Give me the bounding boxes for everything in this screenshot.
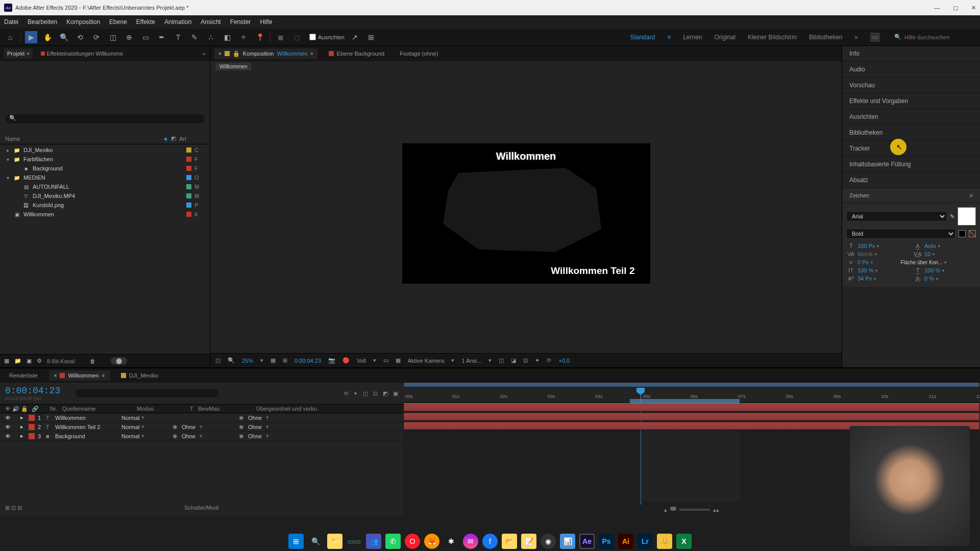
eraser-tool[interactable]: ◧ (221, 31, 233, 43)
menu-komposition[interactable]: Komposition (66, 18, 100, 26)
tl-icon-1[interactable]: ⟲ (344, 390, 348, 397)
font-family-select[interactable]: Arial (846, 211, 947, 221)
tl-icon-2[interactable]: ✦ (353, 390, 358, 397)
start-icon[interactable]: ⊞ (288, 534, 304, 549)
bits-label[interactable]: 8-Bit-Kanal (47, 358, 75, 364)
pen-tool[interactable]: ✒ (156, 31, 168, 43)
shape-fill[interactable]: ◼ (275, 31, 287, 43)
menu-ebene[interactable]: Ebene (109, 18, 127, 26)
baseline-value[interactable]: 34 Px (857, 276, 872, 282)
panel-inhaltsbasierte[interactable]: Inhaltsbasierte Füllung (842, 157, 980, 172)
workspace-original[interactable]: Original (715, 34, 736, 41)
illustrator-icon[interactable]: Ai (618, 534, 633, 549)
hscale-value[interactable]: 100 % (924, 267, 940, 273)
project-item[interactable]: ▽ DJI_Mexiko.MP4 M (0, 191, 210, 201)
puppet-tool[interactable]: 📍 (254, 31, 266, 43)
workspace-more[interactable]: » (854, 34, 858, 41)
tab-comp-willkommen[interactable]: × Willkommen ≡ (49, 370, 110, 381)
panel-zeichen[interactable]: Zeichen≡ (842, 188, 980, 203)
app-icon-2[interactable]: 📊 (560, 534, 575, 549)
workspace-panel-icon[interactable]: ▭ (870, 33, 880, 42)
vf-icon3[interactable]: ⊡ (523, 357, 528, 364)
tab-footage[interactable]: Footage (ohne) (396, 48, 442, 59)
stroke-swatch[interactable] (959, 230, 966, 237)
project-item[interactable]: 🖼 Kursbild.png P (0, 201, 210, 210)
switches-modes[interactable]: Schalter/Modi (184, 505, 218, 511)
channels-icon[interactable]: 🔴 (342, 357, 350, 364)
search-taskbar-icon[interactable]: 🔍 (308, 534, 323, 549)
zoom-tool[interactable]: 🔍 (58, 31, 70, 43)
eyedropper-icon[interactable]: ✎ (950, 213, 954, 220)
shape-stroke[interactable]: ◻ (291, 31, 303, 43)
messenger-icon[interactable]: ✉ (463, 534, 478, 549)
vscale-value[interactable]: 100 % (857, 267, 873, 273)
help-search-input[interactable] (904, 34, 976, 40)
rotate-tool[interactable]: ⟳ (90, 31, 103, 43)
facebook-icon[interactable]: f (482, 534, 498, 549)
tl-icon-6[interactable]: ▣ (393, 390, 398, 397)
fill-color-swatch[interactable] (958, 207, 976, 226)
font-size-value[interactable]: 100 Px (857, 243, 875, 249)
taskview-icon[interactable]: ▭▭ (347, 534, 362, 549)
snapshot-icon[interactable]: 📷 (328, 357, 335, 364)
interpret-icon[interactable]: ▦ (4, 358, 9, 364)
home-icon[interactable]: ⌂ (4, 31, 16, 43)
tab-ebene[interactable]: Ebene Background (325, 48, 389, 59)
vf-icon5[interactable]: ⟳ (547, 357, 551, 364)
menu-bearbeiten[interactable]: Bearbeiten (28, 18, 57, 26)
anchor-tool[interactable]: ⊕ (123, 31, 135, 43)
views-dropdown[interactable]: 1 Ansi... (461, 358, 481, 364)
new-comp-icon[interactable]: ▣ (27, 358, 32, 364)
timeline-timecode[interactable]: 0:00:04:23 (5, 386, 60, 396)
minimize-button[interactable]: — (934, 5, 940, 11)
exposure-value[interactable]: +0,0 (558, 358, 570, 364)
orbit-tool[interactable]: ⟲ (74, 31, 86, 43)
settings-icon[interactable]: ⚙ (37, 358, 42, 364)
text-tool[interactable]: T (172, 31, 184, 43)
roto-tool[interactable]: ✧ (237, 31, 250, 43)
menu-effekte[interactable]: Effekte (136, 18, 155, 26)
grid-icon[interactable]: ⊞ (283, 357, 287, 364)
tl-icon-4[interactable]: ⊡ (373, 390, 378, 397)
toggle-switch[interactable]: ⬤ (111, 357, 127, 365)
leading-value[interactable]: Auto (924, 243, 936, 249)
opera-icon[interactable]: O (405, 534, 420, 549)
panel-tracker[interactable]: Tracker (842, 141, 980, 157)
project-item[interactable]: ▾ 📁 Farbflächen F (0, 155, 210, 164)
quality-dropdown[interactable]: Voll (357, 358, 366, 364)
maximize-button[interactable]: ▢ (953, 5, 958, 11)
font-weight-select[interactable]: Bold (846, 229, 955, 239)
alpha-icon[interactable]: ◫ (215, 357, 220, 364)
workspace-standard[interactable]: Standard (630, 34, 655, 41)
workspace-lernen[interactable]: Lernen (683, 34, 702, 41)
composition-canvas[interactable]: Willkommen Willkommen Teil 2 (402, 143, 650, 284)
menu-animation[interactable]: Animation (164, 18, 191, 26)
obs-icon[interactable]: ◉ (541, 534, 556, 549)
panel-absatz[interactable]: Absatz (842, 172, 980, 188)
rect-tool[interactable]: ▭ (139, 31, 152, 43)
vf-icon2[interactable]: ◪ (511, 357, 516, 364)
aftereffects-icon[interactable]: Ae (579, 534, 595, 549)
photoshop-icon[interactable]: Ps (599, 534, 614, 549)
project-item[interactable]: ▣ Willkommen K (0, 210, 210, 219)
track-bar-2[interactable] (404, 413, 979, 420)
zoom-in-icon[interactable]: ▴▴ (713, 507, 719, 513)
brush-tool[interactable]: ✎ (188, 31, 201, 43)
menu-ansicht[interactable]: Ansicht (201, 18, 220, 26)
workspace-chevron[interactable]: ≡ (667, 34, 671, 41)
zoom-slider[interactable] (679, 509, 710, 511)
vf-icon1[interactable]: ◫ (499, 357, 504, 364)
zoom-out-icon[interactable]: ▴ (664, 507, 667, 513)
panel-vorschau[interactable]: Vorschau (842, 78, 980, 93)
timeline-layer[interactable]: 👁 ▸ 3 ■ Background Normal ▾ ◉ Ohne ▾ ◉ O… (0, 432, 403, 441)
workspace-kleiner[interactable]: Kleiner Bildschirm (748, 34, 797, 41)
tab-renderliste[interactable]: Renderliste (4, 370, 43, 381)
track-bar-1[interactable] (404, 404, 979, 411)
project-search-input[interactable] (5, 114, 205, 123)
zoom-level[interactable]: 25% (242, 358, 253, 364)
view-icon[interactable]: ▭ (383, 357, 388, 364)
tracking-value[interactable]: 10 (924, 251, 930, 257)
notes-icon[interactable]: 📝 (521, 534, 536, 549)
breadcrumb[interactable]: Willkommen (210, 61, 842, 73)
project-item[interactable]: ▾ 📁 MEDIEN O (0, 173, 210, 182)
